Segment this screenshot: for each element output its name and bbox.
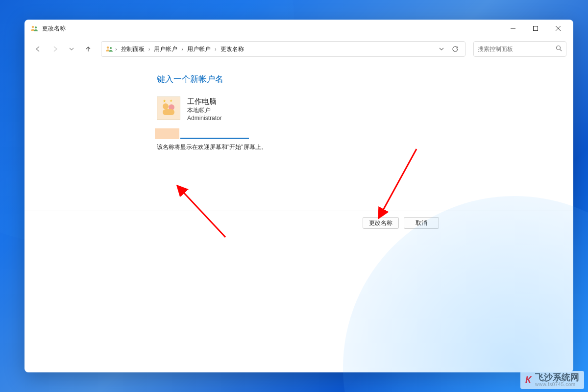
maximize-button[interactable] bbox=[524, 20, 547, 37]
chevron-down-icon bbox=[69, 47, 74, 51]
breadcrumb-separator: › bbox=[114, 46, 118, 52]
search-box[interactable] bbox=[473, 41, 566, 57]
page-heading: 键入一个新帐户名 bbox=[157, 74, 470, 85]
breadcrumb-separator: › bbox=[180, 46, 184, 52]
redacted-block bbox=[155, 128, 179, 139]
hint-text: 该名称将显示在欢迎屏幕和"开始"屏幕上。 bbox=[157, 143, 470, 151]
svg-text:★: ★ bbox=[170, 99, 172, 102]
cancel-button[interactable]: 取消 bbox=[404, 217, 439, 229]
address-dropdown[interactable] bbox=[436, 43, 447, 55]
recent-dropdown[interactable] bbox=[65, 42, 78, 56]
breadcrumb-item[interactable]: 更改名称 bbox=[219, 44, 246, 54]
address-bar[interactable]: › 控制面板 › 用户帐户 › 用户帐户 › 更改名称 bbox=[101, 41, 466, 57]
arrow-left-icon bbox=[35, 46, 42, 52]
watermark-brand: 飞沙系统网 bbox=[535, 373, 579, 382]
account-name: 工作电脑 bbox=[187, 97, 222, 106]
breadcrumb-separator: › bbox=[147, 46, 151, 52]
window-title: 更改名称 bbox=[42, 24, 66, 33]
breadcrumb-item[interactable]: 用户帐户 bbox=[185, 44, 213, 54]
svg-point-0 bbox=[32, 26, 34, 28]
main-panel: 键入一个新帐户名 ★★ 工作电脑 本地帐户 Administrator bbox=[157, 74, 470, 151]
svg-point-4 bbox=[110, 47, 112, 49]
watermark-logo-icon: К bbox=[525, 374, 531, 386]
svg-point-1 bbox=[35, 26, 37, 28]
minimize-button[interactable] bbox=[502, 20, 524, 37]
close-icon bbox=[556, 26, 561, 31]
account-info: ★★ 工作电脑 本地帐户 Administrator bbox=[157, 97, 470, 122]
users-icon bbox=[105, 45, 113, 53]
account-type: 本地帐户 bbox=[187, 106, 222, 114]
watermark: К 飞沙系统网 www.fs0745.com bbox=[520, 371, 584, 389]
svg-rect-2 bbox=[534, 26, 538, 31]
svg-line-12 bbox=[382, 149, 416, 212]
arrow-up-icon bbox=[85, 46, 92, 52]
name-input-row bbox=[155, 128, 470, 139]
svg-point-5 bbox=[557, 46, 561, 50]
breadcrumb-item[interactable]: 用户帐户 bbox=[152, 44, 179, 54]
chevron-down-icon bbox=[439, 47, 444, 51]
account-role: Administrator bbox=[187, 114, 222, 122]
svg-point-3 bbox=[107, 47, 109, 49]
content-area: 键入一个新帐户名 ★★ 工作电脑 本地帐户 Administrator bbox=[24, 61, 573, 372]
arrow-right-icon bbox=[51, 46, 58, 52]
back-button[interactable] bbox=[31, 42, 45, 56]
users-icon bbox=[30, 24, 38, 32]
svg-text:★: ★ bbox=[163, 99, 166, 103]
change-name-button[interactable]: 更改名称 bbox=[363, 217, 399, 229]
desktop-background: 更改名称 bbox=[0, 0, 588, 392]
search-input[interactable] bbox=[478, 46, 556, 52]
window-titlebar: 更改名称 bbox=[24, 20, 573, 37]
user-avatar: ★★ bbox=[157, 97, 180, 120]
action-bar: 更改名称 取消 bbox=[24, 211, 573, 229]
forward-button[interactable] bbox=[48, 42, 62, 56]
breadcrumb-separator: › bbox=[214, 46, 218, 52]
minimize-icon bbox=[511, 26, 515, 31]
svg-rect-8 bbox=[163, 109, 174, 115]
refresh-icon bbox=[452, 46, 459, 52]
navigation-bar: › 控制面板 › 用户帐户 › 用户帐户 › 更改名称 bbox=[24, 37, 573, 61]
breadcrumb-item[interactable]: 控制面板 bbox=[119, 44, 147, 54]
maximize-icon bbox=[533, 26, 538, 31]
annotation-arrow bbox=[368, 144, 426, 220]
control-panel-window: 更改名称 bbox=[24, 20, 573, 372]
close-button[interactable] bbox=[547, 20, 569, 37]
new-name-input[interactable] bbox=[180, 129, 249, 139]
up-button[interactable] bbox=[81, 42, 95, 56]
search-icon bbox=[556, 45, 562, 53]
refresh-button[interactable] bbox=[449, 43, 461, 55]
svg-point-6 bbox=[163, 103, 169, 109]
watermark-url: www.fs0745.com bbox=[535, 382, 579, 387]
